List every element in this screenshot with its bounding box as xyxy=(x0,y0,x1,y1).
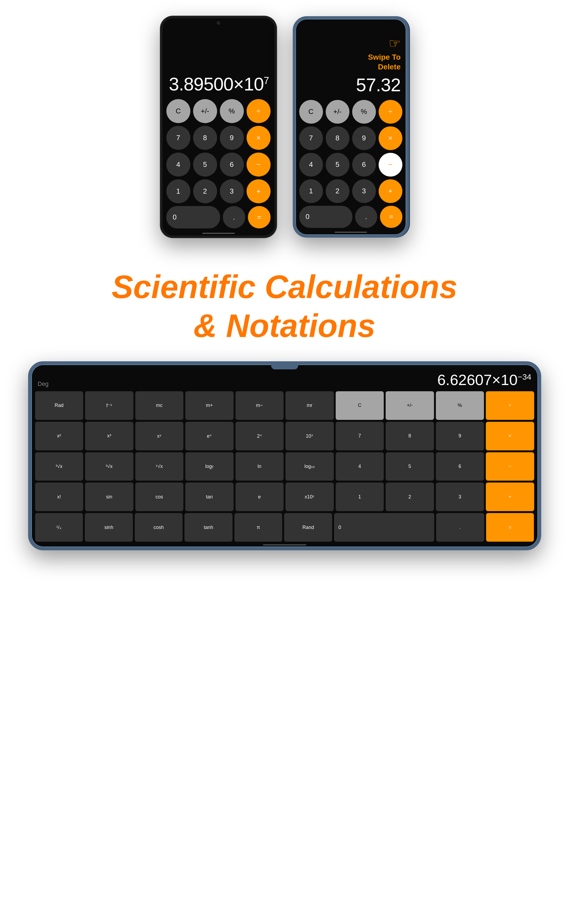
land-btn-xy[interactable]: xʸ xyxy=(135,422,184,450)
land-btn-pi[interactable]: π xyxy=(234,513,283,542)
right-btn-add[interactable]: + xyxy=(379,179,402,203)
land-btn-x2[interactable]: x² xyxy=(35,422,84,450)
btn-equals[interactable]: = xyxy=(248,206,270,228)
btn-9[interactable]: 9 xyxy=(220,126,244,150)
land-btn-cos[interactable]: cos xyxy=(135,483,184,511)
land-btn-7[interactable]: 7 xyxy=(336,422,384,450)
land-btn-6[interactable]: 6 xyxy=(436,452,484,481)
btn-row-1: C +/- % ÷ xyxy=(166,99,271,123)
land-btn-fact[interactable]: x! xyxy=(35,483,84,511)
right-btn-9[interactable]: 9 xyxy=(352,126,376,150)
btn-2[interactable]: 2 xyxy=(193,179,217,203)
notch-top xyxy=(271,365,298,369)
right-btn-row-3: 4 5 6 − xyxy=(299,153,402,176)
land-btn-plusminus[interactable]: +/- xyxy=(386,391,434,420)
right-btn-0[interactable]: 0 xyxy=(299,206,352,228)
headline-line1: Scientific Calculations xyxy=(111,267,457,306)
btn-5[interactable]: 5 xyxy=(193,153,217,176)
landscape-phone: Deg 6.62607×10−34 Rad f⁻¹ mc m+ m− mr C … xyxy=(28,361,541,550)
right-btn-4[interactable]: 4 xyxy=(299,153,323,176)
left-calc-buttons: C +/- % ÷ 7 8 9 × 4 5 6 − 1 2 xyxy=(163,97,274,231)
land-btn-x10y[interactable]: x10ʸ xyxy=(286,483,334,511)
land-btn-cosh[interactable]: cosh xyxy=(135,513,183,542)
land-btn-3[interactable]: 3 xyxy=(436,483,484,511)
land-btn-cbrt2[interactable]: ³√x xyxy=(85,452,133,481)
land-btn-1[interactable]: 1 xyxy=(336,483,384,511)
land-btn-percent[interactable]: % xyxy=(436,391,484,420)
right-btn-percent[interactable]: % xyxy=(352,100,376,124)
btn-7[interactable]: 7 xyxy=(166,126,190,150)
right-btn-decimal[interactable]: . xyxy=(355,206,377,228)
btn-decimal[interactable]: . xyxy=(223,206,245,228)
btn-8[interactable]: 8 xyxy=(193,126,217,150)
land-btn-2[interactable]: 2 xyxy=(386,483,434,511)
land-btn-mminus[interactable]: m− xyxy=(236,391,284,420)
btn-6[interactable]: 6 xyxy=(220,153,244,176)
home-bar-right xyxy=(335,232,367,233)
land-btn-ex[interactable]: eˣ xyxy=(185,422,234,450)
btn-add[interactable]: + xyxy=(246,179,271,203)
land-btn-e[interactable]: e xyxy=(236,483,284,511)
land-btn-mplus[interactable]: m+ xyxy=(185,391,234,420)
land-btn-yrt[interactable]: ʸ√x xyxy=(135,452,184,481)
btn-4[interactable]: 4 xyxy=(166,153,190,176)
right-btn-subtract[interactable]: − xyxy=(379,153,402,176)
land-btn-sin[interactable]: sin xyxy=(85,483,133,511)
land-btn-8[interactable]: 8 xyxy=(386,422,434,450)
right-btn-7[interactable]: 7 xyxy=(299,126,323,150)
land-btn-tan[interactable]: tan xyxy=(185,483,234,511)
land-btn-subtract[interactable]: − xyxy=(486,452,534,481)
btn-percent[interactable]: % xyxy=(220,99,244,123)
land-btn-logy[interactable]: logy xyxy=(185,452,234,481)
btn-plus-minus[interactable]: +/- xyxy=(193,99,217,123)
right-btn-8[interactable]: 8 xyxy=(326,126,350,150)
btn-3[interactable]: 3 xyxy=(220,179,244,203)
land-btn-divide[interactable]: ÷ xyxy=(486,391,534,420)
btn-C[interactable]: C xyxy=(166,99,190,123)
right-btn-2[interactable]: 2 xyxy=(326,179,350,203)
right-calc-buttons: C +/- % ÷ 7 8 9 × 4 5 6 − 1 2 xyxy=(295,98,406,231)
land-btn-0[interactable]: 0 xyxy=(334,513,434,542)
land-btn-mc[interactable]: mc xyxy=(135,391,184,420)
right-btn-5[interactable]: 5 xyxy=(326,153,350,176)
land-btn-Rad[interactable]: Rad xyxy=(35,391,84,420)
right-btn-1[interactable]: 1 xyxy=(299,179,323,203)
land-btn-C[interactable]: C xyxy=(336,391,384,420)
land-btn-mr[interactable]: mr xyxy=(286,391,334,420)
right-btn-3[interactable]: 3 xyxy=(352,179,376,203)
land-btn-9[interactable]: 9 xyxy=(436,422,484,450)
land-btn-cbrt[interactable]: ³√x xyxy=(35,452,84,481)
land-row-3: ³√x ³√x ʸ√x logy ln log₁₀ 4 5 6 − xyxy=(35,452,534,481)
right-btn-plus-minus[interactable]: +/- xyxy=(326,100,350,124)
land-btn-equals[interactable]: = xyxy=(486,513,534,542)
land-btn-log10[interactable]: log₁₀ xyxy=(286,452,334,481)
land-btn-ln[interactable]: ln xyxy=(236,452,284,481)
land-btn-sinh[interactable]: sinh xyxy=(85,513,133,542)
land-btn-4[interactable]: 4 xyxy=(336,452,384,481)
right-btn-row-4: 1 2 3 + xyxy=(299,179,402,203)
land-btn-x3[interactable]: x³ xyxy=(85,422,133,450)
btn-divide[interactable]: ÷ xyxy=(246,99,271,123)
phones-row: 3.89500×107 C +/- % ÷ 7 8 9 × 4 5 6 xyxy=(160,16,409,238)
land-btn-10x[interactable]: 10ˣ xyxy=(286,422,334,450)
btn-1[interactable]: 1 xyxy=(166,179,190,203)
land-btn-inv[interactable]: ¹/ₓ xyxy=(35,513,83,542)
right-btn-divide[interactable]: ÷ xyxy=(379,100,402,124)
right-btn-C[interactable]: C xyxy=(299,100,323,124)
btn-row-5: 0 . = xyxy=(166,206,271,228)
btn-0[interactable]: 0 xyxy=(166,206,220,228)
land-btn-5[interactable]: 5 xyxy=(386,452,434,481)
btn-subtract[interactable]: − xyxy=(246,153,271,176)
land-btn-2x[interactable]: 2ˣ xyxy=(236,422,284,450)
right-btn-6[interactable]: 6 xyxy=(352,153,376,176)
land-btn-tanh[interactable]: tanh xyxy=(184,513,233,542)
right-btn-equals[interactable]: = xyxy=(380,206,402,228)
land-btn-add[interactable]: + xyxy=(486,483,534,511)
land-btn-finv[interactable]: f⁻¹ xyxy=(85,391,133,420)
btn-multiply[interactable]: × xyxy=(246,126,271,150)
left-phone: 3.89500×107 C +/- % ÷ 7 8 9 × 4 5 6 xyxy=(160,16,277,238)
land-btn-multiply[interactable]: × xyxy=(486,422,534,450)
land-btn-rand[interactable]: Rand xyxy=(284,513,332,542)
right-btn-multiply[interactable]: × xyxy=(379,126,402,150)
land-btn-decimal[interactable]: . xyxy=(436,513,484,542)
